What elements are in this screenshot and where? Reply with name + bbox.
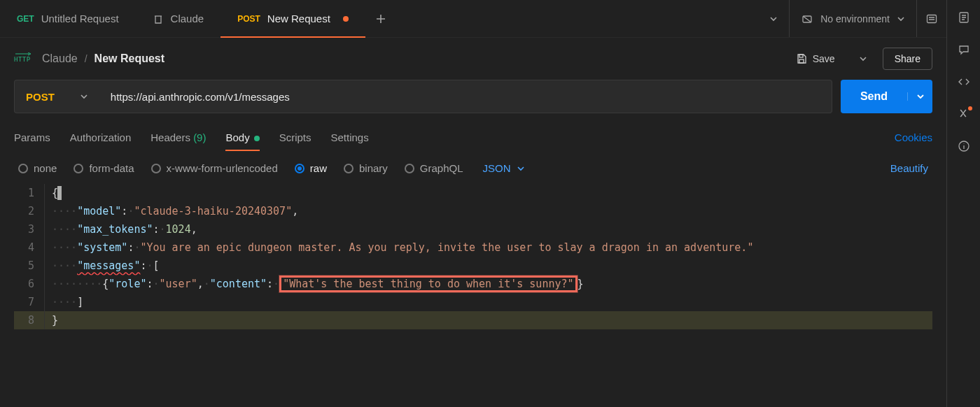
body-type-raw[interactable]: raw [295, 162, 327, 174]
chevron-down-icon [897, 15, 905, 23]
url-row: POST https://api.anthropic.com/v1/messag… [0, 80, 946, 122]
tab-settings[interactable]: Settings [331, 131, 369, 143]
method-value: POST [26, 91, 55, 103]
tab-scripts[interactable]: Scripts [279, 131, 312, 143]
environment-quicklook-button[interactable] [916, 0, 946, 37]
url-input[interactable]: https://api.anthropic.com/v1/messages [99, 80, 832, 113]
line-number: 2 [14, 202, 45, 220]
collection-icon [153, 13, 164, 24]
svg-rect-1 [927, 15, 937, 22]
share-label: Share [895, 53, 920, 64]
svg-rect-3 [799, 55, 803, 57]
environment-selector[interactable]: No environment [789, 0, 916, 37]
line-number: 6 [14, 275, 45, 293]
save-icon [796, 53, 807, 64]
tab-bar: GET Untitled Request Claude POST New Req… [0, 0, 946, 38]
tab-untitled-request[interactable]: GET Untitled Request [0, 0, 136, 37]
svg-rect-4 [799, 59, 804, 63]
right-sidebar [946, 0, 980, 407]
breadcrumb-current[interactable]: New Request [94, 52, 164, 65]
documentation-icon[interactable] [958, 11, 970, 24]
svg-text:HTTP: HTTP [14, 56, 31, 63]
method-select[interactable]: POST [14, 80, 99, 113]
body-type-form-data[interactable]: form-data [74, 162, 134, 174]
unsaved-indicator-icon [343, 16, 349, 22]
method-badge-post: POST [237, 14, 260, 24]
chevron-down-icon [517, 164, 525, 173]
tab-title: New Request [267, 13, 330, 24]
main-area: GET Untitled Request Claude POST New Req… [0, 0, 946, 407]
json-error-squiggle: "messages" [77, 259, 140, 272]
url-value: https://api.anthropic.com/v1/messages [111, 91, 290, 103]
tab-body[interactable]: Body [225, 131, 259, 143]
share-button[interactable]: Share [883, 48, 932, 70]
tab-claude-collection[interactable]: Claude [136, 0, 221, 37]
info-icon[interactable] [958, 140, 970, 152]
beautify-button[interactable]: Beautify [890, 162, 928, 174]
line-number: 3 [14, 220, 45, 238]
send-options-button[interactable] [907, 92, 932, 101]
body-type-graphql[interactable]: GraphQL [405, 162, 463, 174]
tabs-overflow-button[interactable] [758, 0, 789, 37]
body-type-binary[interactable]: binary [344, 162, 388, 174]
chevron-down-icon [80, 92, 88, 101]
tab-authorization[interactable]: Authorization [70, 131, 132, 143]
line-number: 8 [14, 311, 45, 329]
save-label: Save [813, 53, 835, 64]
tab-new-request[interactable]: POST New Request [220, 0, 365, 37]
body-type-selector: none form-data x-www-form-urlencoded raw… [0, 152, 946, 181]
related-icon[interactable] [958, 108, 970, 120]
line-number: 5 [14, 257, 45, 275]
breadcrumb-parent[interactable]: Claude [42, 52, 78, 65]
line-number: 7 [14, 293, 45, 311]
code-icon[interactable] [958, 76, 970, 88]
new-tab-button[interactable] [365, 0, 396, 37]
save-button[interactable]: Save [788, 48, 844, 69]
breadcrumb: Claude / New Request [42, 52, 164, 65]
no-environment-icon [801, 13, 813, 25]
send-button[interactable]: Send [841, 80, 932, 113]
line-number: 4 [14, 238, 45, 257]
raw-format-select[interactable]: JSON [483, 162, 525, 174]
highlighted-content: "What's the best thing to do when it's s… [279, 276, 577, 292]
headers-count: (9) [193, 131, 206, 143]
tab-params[interactable]: Params [14, 131, 50, 143]
environment-label: No environment [820, 13, 890, 24]
tab-title: Untitled Request [41, 13, 119, 24]
save-options-button[interactable] [853, 55, 873, 63]
request-tabs: Params Authorization Headers (9) Body Sc… [0, 122, 946, 152]
method-badge-get: GET [17, 14, 34, 24]
body-active-dot-icon [254, 136, 260, 141]
tab-headers[interactable]: Headers (9) [150, 131, 206, 143]
send-label: Send [841, 90, 907, 103]
comments-icon[interactable] [958, 43, 970, 56]
body-type-urlencoded[interactable]: x-www-form-urlencoded [151, 162, 278, 174]
line-number: 1 [14, 184, 45, 202]
tab-title: Claude [171, 13, 204, 24]
request-header: HTTP Claude / New Request Save Share [0, 38, 946, 80]
cookies-link[interactable]: Cookies [895, 131, 932, 143]
json-editor[interactable]: 1 { 2 ····"model":·"claude-3-haiku-20240… [0, 181, 946, 329]
breadcrumb-separator: / [85, 53, 88, 64]
http-badge-icon: HTTP [14, 52, 32, 65]
body-type-none[interactable]: none [18, 162, 57, 174]
